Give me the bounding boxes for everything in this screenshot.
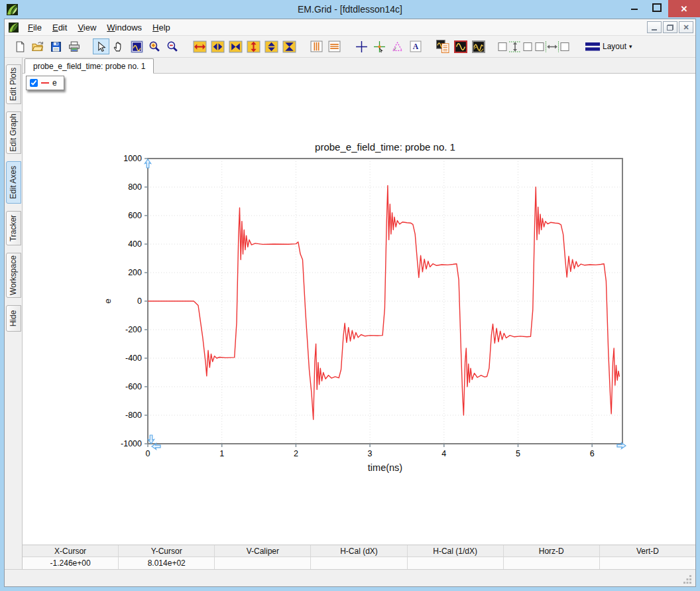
menu-view[interactable]: View <box>72 21 101 34</box>
pan-tool-button[interactable] <box>111 38 127 54</box>
mdi-restore-icon <box>667 25 673 31</box>
value-h-cal-dx <box>311 557 407 569</box>
y-tick-label: -400 <box>125 354 142 363</box>
chart-title: probe_e_field_time: probe no. 1 <box>315 141 455 153</box>
y-tick-label: 600 <box>128 211 142 220</box>
sidebar-tab-label: Tracker <box>9 215 18 241</box>
col-header-x-cursor: X-Cursor <box>23 545 119 557</box>
dropdown-arrow-icon: ▾ <box>629 43 632 50</box>
open-folder-icon <box>32 41 44 52</box>
x-tick-label: 0 <box>146 449 150 458</box>
y-bowtie-icon <box>282 40 296 53</box>
layout-dropdown[interactable]: Layout▾ <box>581 38 637 54</box>
cursor-readout-table: X-Cursor Y-Cursor V-Caliper H-Cal (dX) H… <box>23 545 695 569</box>
maximize-button[interactable] <box>646 0 668 15</box>
x-arrows-icon <box>211 40 225 53</box>
menu-file[interactable]: File <box>23 21 47 34</box>
sidebar-tab-edit-plots[interactable]: Edit Plots <box>6 64 21 104</box>
menu-windows[interactable]: Windows <box>101 21 147 34</box>
select-tool-button[interactable] <box>93 38 109 54</box>
new-file-button[interactable] <box>12 38 29 54</box>
legend-checkbox[interactable] <box>30 79 38 87</box>
value-x-cursor: -1.246e+00 <box>23 557 119 569</box>
value-horz-d <box>504 557 600 569</box>
expand-y-button[interactable] <box>245 38 262 54</box>
sidebar-tab-hide[interactable]: Hide <box>6 305 21 332</box>
status-bar <box>5 569 695 586</box>
value-vert-d <box>600 557 695 569</box>
plot-style-2-button[interactable] <box>470 38 487 54</box>
x-tick-label: 4 <box>441 449 446 458</box>
pan-down-handle[interactable] <box>148 435 154 444</box>
mdi-close-button[interactable]: ✕ <box>679 21 693 33</box>
series-line-e <box>148 186 620 420</box>
mdi-close-icon: ✕ <box>683 24 689 31</box>
toolbar-group <box>11 38 83 54</box>
wave-gray-icon <box>472 40 485 53</box>
pan-hand-icon <box>113 41 125 52</box>
print-button[interactable] <box>66 38 82 54</box>
sidebar-tab-label: Hide <box>9 310 18 327</box>
document-tab-strip: probe_e_field_time: probe no. 1 <box>23 58 695 74</box>
open-file-button[interactable] <box>30 38 46 54</box>
sidebar-tab-edit-graph[interactable]: Edit Graph <box>6 111 21 154</box>
toolbar-group: Layout▾ <box>580 38 638 54</box>
vertical-spacing-button[interactable] <box>497 38 533 54</box>
resize-grip-icon[interactable] <box>683 575 692 584</box>
compress-x-button[interactable] <box>209 38 226 54</box>
value-y-cursor: 8.014e+02 <box>119 557 215 569</box>
col-header-horz-d: Horz-D <box>504 545 600 557</box>
copy-plot-button[interactable] <box>434 38 451 54</box>
sidebar-tab-label: Workspace <box>9 255 18 295</box>
cross-icon <box>355 40 368 53</box>
zoom-out-button[interactable] <box>164 38 181 54</box>
document-area: probe_e_field_time: probe no. 1 -1000-80… <box>23 58 695 569</box>
y-tick-label: 200 <box>128 268 142 277</box>
sidebar-tab-workspace[interactable]: Workspace <box>6 253 21 298</box>
pan-up-handle[interactable] <box>145 159 151 168</box>
zoom-window-button[interactable] <box>129 38 145 54</box>
save-button[interactable] <box>48 38 64 54</box>
mdi-restore-button[interactable] <box>663 21 677 33</box>
toolbar-group <box>496 38 571 54</box>
mdi-minimize-button[interactable] <box>647 21 662 33</box>
caliper-button[interactable] <box>389 38 406 54</box>
menu-edit[interactable]: Edit <box>47 21 72 34</box>
close-button[interactable] <box>668 0 700 17</box>
print-icon <box>68 41 80 52</box>
layout-bars-icon <box>585 42 600 52</box>
fit-y-button[interactable] <box>281 38 298 54</box>
save-icon <box>50 41 62 52</box>
sidebar-tab-edit-axes[interactable]: Edit Axes <box>6 161 21 204</box>
zoom-in-button[interactable] <box>146 38 163 54</box>
text-annotation-button[interactable]: A <box>407 38 424 54</box>
cross-cursor-button[interactable] <box>353 38 370 54</box>
app-window: EM.Grid - [fdtdlesson14c] File Edit View… <box>0 0 700 591</box>
fit-x-button[interactable] <box>227 38 244 54</box>
expand-x-button[interactable] <box>192 38 208 54</box>
align-v-icon <box>498 40 532 53</box>
mdi-minimize-icon <box>652 29 657 31</box>
legend-box[interactable]: e <box>26 76 64 90</box>
horizontal-gridlines-button[interactable] <box>326 38 343 54</box>
y-tick-label: -200 <box>125 325 142 334</box>
value-h-cal-1dx <box>408 557 504 569</box>
plot-style-1-button[interactable] <box>452 38 469 54</box>
text-a-icon: A <box>410 40 422 52</box>
chart[interactable]: -1000-800-600-400-2000200400600800100001… <box>23 74 695 545</box>
vertical-gridlines-button[interactable] <box>308 38 325 54</box>
toolbar-group <box>434 38 487 54</box>
compress-y-button[interactable] <box>263 38 280 54</box>
value-v-caliper <box>215 557 311 569</box>
tracker-cursor-button[interactable] <box>371 38 388 54</box>
x-tick-label: 5 <box>516 449 520 458</box>
document-tab[interactable]: probe_e_field_time: probe no. 1 <box>25 58 154 74</box>
horizontal-spacing-button[interactable] <box>534 38 570 54</box>
plot-canvas[interactable]: -1000-800-600-400-2000200400600800100001… <box>23 74 695 545</box>
sidebar-tab-tracker[interactable]: Tracker <box>6 211 21 245</box>
zoom-window-icon <box>131 40 143 53</box>
caliper-icon <box>391 40 404 52</box>
menu-help[interactable]: Help <box>147 21 176 34</box>
minimize-button[interactable] <box>623 0 646 15</box>
col-header-vert-d: Vert-D <box>600 545 695 557</box>
